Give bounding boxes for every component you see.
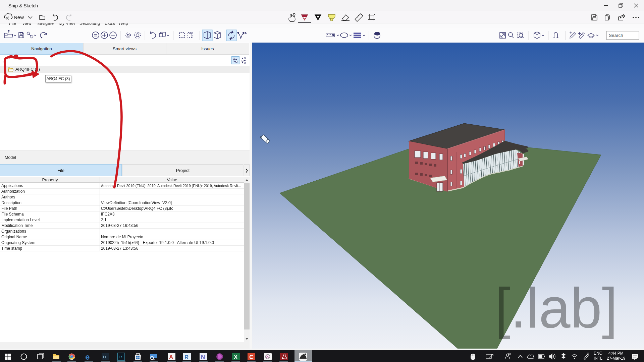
svg-text:R: R (184, 354, 189, 360)
svg-text:X: X (234, 354, 238, 360)
svg-text:C: C (249, 354, 253, 360)
svg-text:A: A (169, 354, 173, 360)
svg-text:Lr: Lr (103, 355, 106, 359)
svg-text:e: e (85, 352, 90, 361)
svg-text:Lr: Lr (119, 355, 122, 359)
svg-text:[.lab]: [.lab] (495, 276, 618, 340)
svg-text:Search: Search (609, 33, 623, 38)
svg-text:N: N (201, 354, 205, 360)
